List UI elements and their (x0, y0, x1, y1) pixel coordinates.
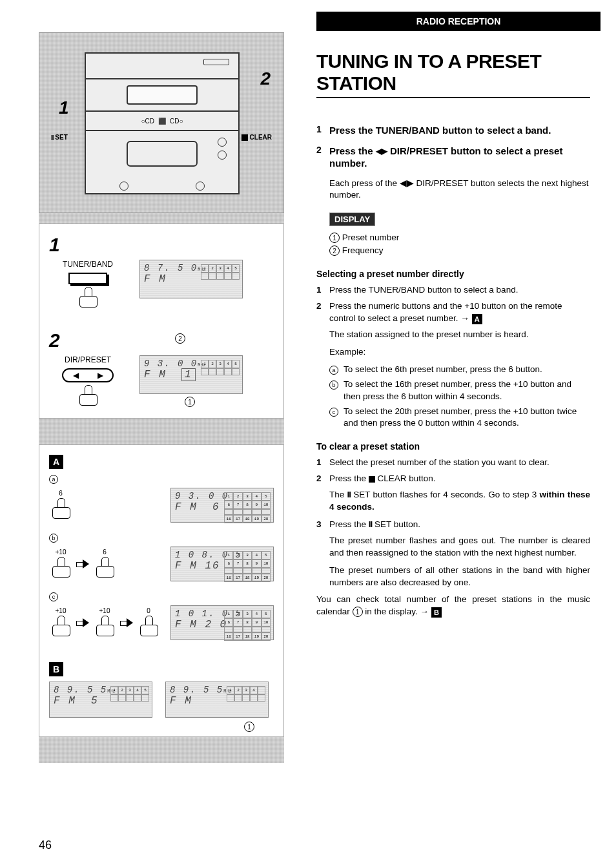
lcd-a-row-c: 1 0 1. 0 5 F M 2 0 123456789101617181920 (170, 605, 274, 640)
clear-step-1: 1Select the preset number of the station… (316, 457, 590, 469)
example-b: bTo select the 16th preset number, press… (329, 379, 590, 403)
device-callout-1: 1 (59, 98, 69, 118)
step2-note: Each press of the ◀▶ DIR/PRESET button s… (329, 178, 590, 201)
panel-b-callout: 1 (244, 722, 254, 732)
dir-preset-label: DIR/PRESET (49, 355, 127, 364)
selecting-step-2: 2Press the numeric buttons and the +10 b… (316, 300, 590, 325)
device-callout-2: 2 (260, 68, 271, 89)
lcd-a-row-a: 9 3. 0 0 F M 6 123456789101617181920 (170, 488, 274, 523)
hand-press-icon (139, 616, 158, 639)
selecting-heading: Selecting a preset number directly (316, 269, 590, 279)
divider-strip (39, 213, 284, 224)
lcd-b-left: 8 9. 5 5MHz F M 5 12345 (49, 682, 152, 718)
hand-press-icon (51, 616, 70, 639)
hand-press-icon (51, 498, 70, 521)
clear-step-3-note-2: The preset numbers of all other stations… (329, 565, 590, 589)
section-header: RADIO RECEPTION (316, 12, 601, 31)
selecting-note-1: The station assigned to the preset numbe… (329, 329, 590, 341)
hand-press-icon (78, 385, 98, 408)
lcd-step2: 9 3. 0 0MHz F M 1 12345 (139, 355, 243, 394)
divider-strip (39, 419, 284, 444)
panel-step-2: 2 2 DIR/PRESET ◀▶ 9 3. 0 0MHz F M 1 1234… (49, 329, 274, 408)
arrow-right-icon (120, 618, 133, 627)
main-step-2: 2 Press the ◀▶ DIR/PRESET button to sele… (316, 145, 590, 170)
clear-step-3: 3Press the II SET button. (316, 519, 590, 531)
hand-press-icon (51, 557, 70, 580)
hand-press-icon (95, 557, 114, 580)
device-set-label: II SET (51, 134, 68, 141)
tuner-band-label: TUNER/BAND (49, 260, 127, 269)
example-a: aTo select the 6th preset number, press … (329, 364, 590, 376)
lcd-a-row-b: 1 0 8. 0 5 F M 16 123456789101617181920 (170, 547, 274, 581)
footer-note: You can check total number of the preset… (316, 594, 590, 618)
hand-press-icon (78, 287, 98, 310)
lcd-step1: 8 7. 5 0MHz F M 12345 (139, 260, 243, 298)
right-text-column: RADIO RECEPTION TUNING IN TO A PRESET ST… (303, 0, 616, 865)
selecting-example-label: Example: (329, 346, 590, 359)
display-label: DISPLAY (329, 213, 375, 226)
example-c: cTo select the 20th preset number, press… (329, 406, 590, 430)
arrow-right-icon (76, 559, 89, 568)
left-diagram-column: ○CD⬛CD○ 1 2 II SET CLEAR 1 (0, 0, 303, 865)
box-letter-b: B (49, 662, 63, 676)
box-letter-a: A (49, 455, 63, 469)
clear-step-2: 2Press the CLEAR button. (316, 473, 590, 485)
clear-step-2-note: The II SET button flashes for 4 seconds.… (329, 489, 590, 514)
divider-strip (39, 737, 284, 763)
panel-a-b: A a 6 9 3. 0 0 F M 6 1234567891016171819… (39, 444, 284, 737)
display-legend: 1 Preset number 2 Frequency (329, 231, 590, 258)
selecting-step-1: 1Press the TUNER/BAND button to select a… (316, 284, 590, 297)
step-panels: 1 TUNER/BAND 8 7. 5 0MHz F M 12345 2 (39, 224, 284, 419)
hand-press-icon (95, 616, 114, 639)
main-step-1: 1 Press the TUNER/BAND button to select … (316, 124, 590, 137)
device-clear-label: CLEAR (241, 134, 272, 141)
page-title: TUNING IN TO A PRESET STATION (316, 50, 590, 98)
arrow-right-icon (76, 618, 89, 627)
tuner-band-button-icon (68, 273, 107, 284)
lcd-b-right: 8 9. 5 5MHz F M 1234 (165, 682, 269, 718)
panel-step-1: 1 TUNER/BAND 8 7. 5 0MHz F M 12345 (49, 234, 274, 310)
clear-step-3-note-1: The preset number flashes and goes out. … (329, 535, 590, 559)
page-number: 46 (39, 839, 52, 852)
dir-preset-button-icon: ◀▶ (62, 368, 114, 382)
device-illustration: ○CD⬛CD○ 1 2 II SET CLEAR (39, 32, 284, 213)
clearing-heading: To clear a preset station (316, 441, 590, 452)
